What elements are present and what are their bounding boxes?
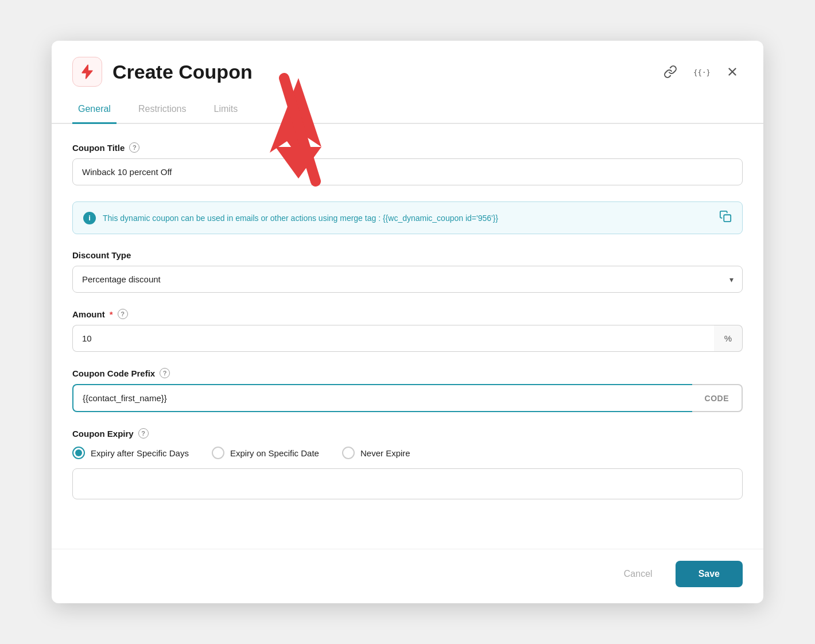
page-title: Create Coupon: [112, 61, 660, 83]
tab-restrictions[interactable]: Restrictions: [133, 104, 192, 124]
coupon-expiry-help-icon[interactable]: ?: [138, 428, 149, 439]
amount-group: Amount * ? %: [72, 309, 743, 352]
info-banner-text: This dynamic coupon can be used in email…: [103, 214, 712, 223]
never-expire-option[interactable]: Never Expire: [342, 447, 410, 459]
coupon-title-help-icon[interactable]: ?: [129, 142, 139, 153]
expiry-specific-date-radio[interactable]: [212, 447, 224, 459]
coupon-expiry-label: Coupon Expiry ?: [72, 428, 743, 439]
amount-help-icon[interactable]: ?: [118, 309, 128, 319]
expiry-specific-days-radio[interactable]: [72, 447, 85, 459]
modal-body: Coupon Title ? i This dynamic coupon can…: [52, 124, 763, 549]
tab-general[interactable]: General: [72, 104, 117, 124]
expiry-options: Expiry after Specific Days Expiry on Spe…: [72, 447, 743, 459]
expiry-specific-date-option[interactable]: Expiry on Specific Date: [212, 447, 319, 459]
amount-wrapper: %: [72, 325, 743, 352]
coupon-title-input[interactable]: [72, 158, 743, 185]
app-icon: [72, 57, 102, 87]
modal-footer: Cancel Save: [52, 549, 763, 603]
info-icon: i: [83, 212, 96, 224]
coupon-expiry-group: Coupon Expiry ? Expiry after Specific Da…: [72, 428, 743, 499]
save-button[interactable]: Save: [676, 561, 743, 587]
expiry-specific-date-label: Expiry on Specific Date: [230, 448, 319, 458]
amount-input[interactable]: [72, 325, 714, 352]
expiry-days-input-partial: [72, 468, 743, 499]
discount-type-label: Discount Type: [72, 250, 743, 260]
tabs-nav: General Restrictions Limits: [52, 92, 763, 124]
tab-limits[interactable]: Limits: [208, 104, 244, 124]
required-star: *: [110, 309, 113, 319]
expiry-specific-days-option[interactable]: Expiry after Specific Days: [72, 447, 189, 459]
header-actions: {{·}}: [660, 61, 743, 82]
coupon-title-group: Coupon Title ?: [72, 142, 743, 185]
merge-tag-button[interactable]: {{·}}: [691, 61, 712, 82]
link-icon-button[interactable]: [660, 61, 681, 82]
discount-type-select[interactable]: Percentage discount Fixed cart discount …: [72, 266, 743, 293]
copy-icon[interactable]: [719, 210, 732, 226]
svg-text:{{·}}: {{·}}: [693, 68, 709, 76]
coupon-code-prefix-help-icon[interactable]: ?: [160, 368, 170, 378]
discount-type-group: Discount Type Percentage discount Fixed …: [72, 250, 743, 293]
info-banner: i This dynamic coupon can be used in ema…: [72, 201, 743, 234]
close-button[interactable]: [722, 61, 743, 82]
discount-type-select-wrapper: Percentage discount Fixed cart discount …: [72, 266, 743, 293]
svg-rect-6: [724, 215, 731, 222]
coupon-code-prefix-group: Coupon Code Prefix ? CODE: [72, 368, 743, 412]
code-suffix-label: CODE: [692, 384, 743, 412]
cancel-button[interactable]: Cancel: [611, 562, 665, 586]
never-expire-label: Never Expire: [360, 448, 410, 458]
expiry-specific-days-label: Expiry after Specific Days: [91, 448, 189, 458]
amount-suffix: %: [714, 325, 743, 352]
coupon-code-prefix-input[interactable]: [72, 384, 692, 412]
create-coupon-modal: Create Coupon {{·}} Genera: [52, 41, 763, 603]
modal-header: Create Coupon {{·}}: [52, 41, 763, 87]
coupon-code-prefix-label: Coupon Code Prefix ?: [72, 368, 743, 378]
never-expire-radio[interactable]: [342, 447, 355, 459]
prefix-wrapper: CODE: [72, 384, 743, 412]
coupon-title-label: Coupon Title ?: [72, 142, 743, 153]
amount-label: Amount * ?: [72, 309, 743, 319]
